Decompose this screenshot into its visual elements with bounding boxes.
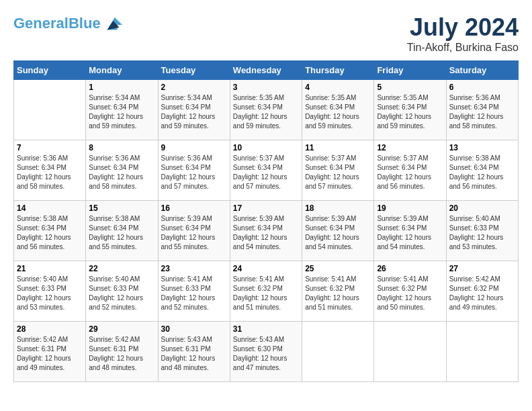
calendar-cell: 1Sunrise: 5:34 AM Sunset: 6:34 PM Daylig…: [86, 80, 158, 140]
day-number: 2: [161, 83, 227, 92]
calendar-cell: 27Sunrise: 5:42 AM Sunset: 6:32 PM Dayli…: [446, 261, 518, 322]
day-number: 10: [233, 143, 299, 152]
day-number: 14: [17, 203, 83, 213]
calendar-cell: 17Sunrise: 5:39 AM Sunset: 6:34 PM Dayli…: [230, 201, 302, 261]
day-number: 9: [161, 143, 227, 152]
day-info: Sunrise: 5:38 AM Sunset: 6:34 PM Dayligh…: [17, 214, 83, 252]
day-info: Sunrise: 5:36 AM Sunset: 6:34 PM Dayligh…: [17, 154, 83, 191]
day-number: 7: [17, 143, 83, 152]
day-of-week-header: Wednesday: [230, 61, 302, 80]
day-of-week-header: Saturday: [446, 61, 518, 80]
calendar-cell: [446, 322, 518, 382]
day-number: 28: [17, 324, 83, 334]
day-info: Sunrise: 5:39 AM Sunset: 6:34 PM Dayligh…: [377, 214, 443, 252]
page-subtitle: Tin-Akoff, Burkina Faso: [407, 42, 519, 54]
calendar-cell: 28Sunrise: 5:42 AM Sunset: 6:31 PM Dayli…: [14, 322, 86, 382]
day-info: Sunrise: 5:40 AM Sunset: 6:33 PM Dayligh…: [449, 214, 515, 252]
calendar-cell: 6Sunrise: 5:36 AM Sunset: 6:34 PM Daylig…: [446, 80, 518, 140]
day-number: 1: [89, 83, 154, 92]
calendar-cell: 7Sunrise: 5:36 AM Sunset: 6:34 PM Daylig…: [14, 140, 86, 201]
calendar-table: SundayMondayTuesdayWednesdayThursdayFrid…: [13, 60, 519, 382]
calendar-cell: 18Sunrise: 5:39 AM Sunset: 6:34 PM Dayli…: [302, 201, 374, 261]
calendar-cell: 30Sunrise: 5:43 AM Sunset: 6:31 PM Dayli…: [158, 322, 230, 382]
day-number: 20: [449, 203, 515, 213]
calendar-cell: 15Sunrise: 5:38 AM Sunset: 6:34 PM Dayli…: [86, 201, 158, 261]
day-info: Sunrise: 5:40 AM Sunset: 6:33 PM Dayligh…: [89, 275, 154, 312]
calendar-cell: 10Sunrise: 5:37 AM Sunset: 6:34 PM Dayli…: [230, 140, 302, 201]
day-info: Sunrise: 5:37 AM Sunset: 6:34 PM Dayligh…: [233, 154, 299, 191]
calendar-cell: 23Sunrise: 5:41 AM Sunset: 6:33 PM Dayli…: [158, 261, 230, 322]
calendar-cell: [374, 322, 446, 382]
day-info: Sunrise: 5:37 AM Sunset: 6:34 PM Dayligh…: [305, 154, 371, 191]
day-info: Sunrise: 5:34 AM Sunset: 6:34 PM Dayligh…: [161, 93, 227, 131]
day-info: Sunrise: 5:41 AM Sunset: 6:32 PM Dayligh…: [377, 275, 443, 312]
day-info: Sunrise: 5:41 AM Sunset: 6:33 PM Dayligh…: [161, 275, 227, 312]
title-block: July 2024 Tin-Akoff, Burkina Faso: [407, 13, 519, 54]
day-info: Sunrise: 5:36 AM Sunset: 6:34 PM Dayligh…: [161, 154, 227, 191]
day-info: Sunrise: 5:35 AM Sunset: 6:34 PM Dayligh…: [233, 93, 299, 131]
calendar-cell: 22Sunrise: 5:40 AM Sunset: 6:33 PM Dayli…: [86, 261, 158, 322]
calendar-cell: 14Sunrise: 5:38 AM Sunset: 6:34 PM Dayli…: [14, 201, 86, 261]
calendar-cell: 21Sunrise: 5:40 AM Sunset: 6:33 PM Dayli…: [14, 261, 86, 322]
day-number: 31: [233, 324, 299, 334]
day-number: 11: [305, 143, 371, 152]
calendar-cell: 26Sunrise: 5:41 AM Sunset: 6:32 PM Dayli…: [374, 261, 446, 322]
day-number: 19: [377, 203, 443, 213]
page-header: GeneralBlue July 2024 Tin-Akoff, Burkina…: [13, 13, 519, 54]
day-of-week-header: Thursday: [302, 61, 374, 80]
day-info: Sunrise: 5:36 AM Sunset: 6:34 PM Dayligh…: [449, 93, 515, 131]
logo-text: GeneralBlue: [13, 15, 101, 32]
calendar-header-row: SundayMondayTuesdayWednesdayThursdayFrid…: [14, 61, 519, 80]
day-info: Sunrise: 5:38 AM Sunset: 6:34 PM Dayligh…: [89, 214, 154, 252]
day-info: Sunrise: 5:42 AM Sunset: 6:31 PM Dayligh…: [17, 335, 83, 373]
day-number: 5: [377, 83, 443, 92]
calendar-cell: 19Sunrise: 5:39 AM Sunset: 6:34 PM Dayli…: [374, 201, 446, 261]
day-info: Sunrise: 5:42 AM Sunset: 6:31 PM Dayligh…: [89, 335, 154, 373]
calendar-cell: [302, 322, 374, 382]
day-number: 12: [377, 143, 443, 152]
day-info: Sunrise: 5:38 AM Sunset: 6:34 PM Dayligh…: [449, 154, 515, 191]
logo: GeneralBlue: [13, 13, 122, 34]
calendar-week-row: 7Sunrise: 5:36 AM Sunset: 6:34 PM Daylig…: [14, 140, 519, 201]
day-number: 13: [449, 143, 515, 152]
day-info: Sunrise: 5:41 AM Sunset: 6:32 PM Dayligh…: [305, 275, 371, 312]
day-of-week-header: Friday: [374, 61, 446, 80]
page-title: July 2024: [407, 13, 519, 42]
day-info: Sunrise: 5:40 AM Sunset: 6:33 PM Dayligh…: [17, 275, 83, 312]
day-info: Sunrise: 5:35 AM Sunset: 6:34 PM Dayligh…: [305, 93, 371, 131]
day-info: Sunrise: 5:42 AM Sunset: 6:32 PM Dayligh…: [449, 275, 515, 312]
day-info: Sunrise: 5:34 AM Sunset: 6:34 PM Dayligh…: [89, 93, 154, 131]
day-of-week-header: Tuesday: [158, 61, 230, 80]
calendar-cell: [14, 80, 86, 140]
day-number: 22: [89, 264, 154, 273]
day-info: Sunrise: 5:39 AM Sunset: 6:34 PM Dayligh…: [233, 214, 299, 252]
day-info: Sunrise: 5:37 AM Sunset: 6:34 PM Dayligh…: [377, 154, 443, 191]
day-number: 25: [305, 264, 371, 273]
day-number: 16: [161, 203, 227, 213]
day-info: Sunrise: 5:36 AM Sunset: 6:34 PM Dayligh…: [89, 154, 154, 191]
day-number: 29: [89, 324, 154, 334]
day-number: 15: [89, 203, 154, 213]
day-number: 21: [17, 264, 83, 273]
day-number: 17: [233, 203, 299, 213]
calendar-week-row: 1Sunrise: 5:34 AM Sunset: 6:34 PM Daylig…: [14, 80, 519, 140]
calendar-cell: 5Sunrise: 5:35 AM Sunset: 6:34 PM Daylig…: [374, 80, 446, 140]
calendar-cell: 9Sunrise: 5:36 AM Sunset: 6:34 PM Daylig…: [158, 140, 230, 201]
day-number: 24: [233, 264, 299, 273]
day-info: Sunrise: 5:39 AM Sunset: 6:34 PM Dayligh…: [305, 214, 371, 252]
day-number: 30: [161, 324, 227, 334]
calendar-cell: 31Sunrise: 5:43 AM Sunset: 6:30 PM Dayli…: [230, 322, 302, 382]
day-of-week-header: Sunday: [14, 61, 86, 80]
calendar-cell: 3Sunrise: 5:35 AM Sunset: 6:34 PM Daylig…: [230, 80, 302, 140]
day-number: 4: [305, 83, 371, 92]
day-number: 3: [233, 83, 299, 92]
day-number: 18: [305, 203, 371, 213]
calendar-cell: 13Sunrise: 5:38 AM Sunset: 6:34 PM Dayli…: [446, 140, 518, 201]
calendar-cell: 29Sunrise: 5:42 AM Sunset: 6:31 PM Dayli…: [86, 322, 158, 382]
day-info: Sunrise: 5:39 AM Sunset: 6:34 PM Dayligh…: [161, 214, 227, 252]
calendar-cell: 4Sunrise: 5:35 AM Sunset: 6:34 PM Daylig…: [302, 80, 374, 140]
day-number: 27: [449, 264, 515, 273]
logo-icon: [102, 13, 122, 34]
calendar-week-row: 14Sunrise: 5:38 AM Sunset: 6:34 PM Dayli…: [14, 201, 519, 261]
calendar-week-row: 28Sunrise: 5:42 AM Sunset: 6:31 PM Dayli…: [14, 322, 519, 382]
